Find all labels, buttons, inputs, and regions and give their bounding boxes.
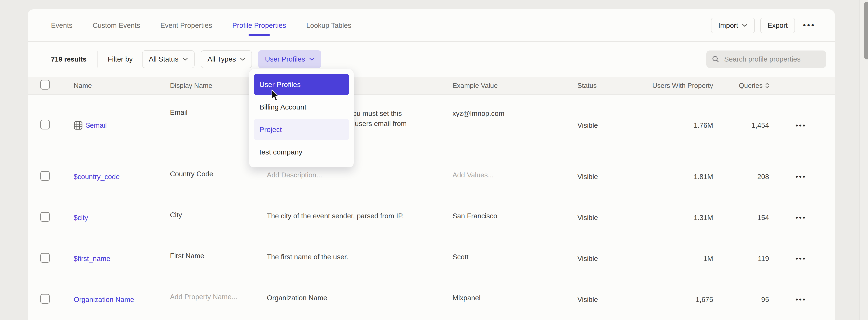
status-cell[interactable]: Visible [578, 121, 652, 130]
tab-label: Profile Properties [232, 22, 286, 30]
tab-event-properties[interactable]: Event Properties [160, 9, 212, 42]
search-box[interactable] [706, 50, 826, 68]
filter-chips: All Status All Types User Profiles [142, 50, 321, 68]
vertical-scrollbar [860, 0, 868, 320]
example-value-cell[interactable]: San Francisco [453, 197, 578, 221]
table-row: $city City The city of the event sender,… [28, 197, 835, 238]
import-button[interactable]: Import [711, 17, 755, 33]
tab-lookup-tables[interactable]: Lookup Tables [306, 9, 351, 42]
entity-filter-dropdown[interactable]: User Profiles [258, 50, 321, 68]
example-value-cell[interactable]: Scott [453, 238, 578, 262]
users-with-property-cell: 1.81M [652, 173, 713, 181]
description-cell[interactable]: The first name of the user. [267, 238, 453, 262]
header-queries-label: Queries [739, 82, 763, 90]
tab-events[interactable]: Events [51, 9, 72, 42]
row-actions-button[interactable]: ••• [796, 295, 806, 304]
row-checkbox[interactable] [40, 171, 50, 181]
sort-chevrons-icon [765, 83, 769, 88]
header-example-value: Example Value [453, 82, 578, 90]
header-checkbox-cell [40, 80, 74, 91]
filter-by-label: Filter by [108, 55, 132, 63]
property-name-link[interactable]: $first_name [74, 255, 110, 263]
description-cell[interactable]: Organization Name [267, 279, 453, 303]
table-row: Organization Name Add Property Name... O… [28, 279, 835, 320]
results-count: 719 results [51, 56, 87, 63]
chevron-down-icon [742, 24, 748, 27]
tab-profile-properties[interactable]: Profile Properties [232, 9, 286, 42]
row-checkbox[interactable] [40, 294, 50, 304]
row-actions-button[interactable]: ••• [796, 213, 806, 222]
toolbar-actions: Import Export ••• [711, 17, 818, 33]
status-filter-label: All Status [149, 55, 179, 63]
more-actions-button[interactable]: ••• [801, 21, 818, 30]
menu-item-billing-account[interactable]: Billing Account [254, 96, 349, 117]
tab-custom-events[interactable]: Custom Events [93, 9, 140, 42]
tab-bar: Events Custom Events Event Properties Pr… [28, 9, 835, 42]
table-header: Name Display Name Description Example Va… [28, 77, 835, 95]
tab-label: Events [51, 22, 72, 30]
row-actions-button[interactable]: ••• [796, 254, 806, 263]
lexicon-screen: Events Custom Events Event Properties Pr… [0, 0, 868, 320]
row-checkbox[interactable] [40, 212, 50, 222]
property-name-link[interactable]: $country_code [74, 173, 120, 181]
users-with-property-cell: 1,675 [652, 295, 713, 304]
queries-cell: 1,454 [713, 121, 769, 130]
menu-item-project[interactable]: Project [254, 119, 349, 140]
table-row: $first_name First Name The first name of… [28, 238, 835, 279]
chevron-down-icon [309, 58, 314, 61]
menu-item-user-profiles[interactable]: User Profiles [254, 74, 349, 95]
example-value-cell[interactable]: Add Values... [453, 156, 578, 180]
row-actions-button[interactable]: ••• [796, 173, 806, 181]
status-cell[interactable]: Visible [578, 255, 652, 263]
row-checkbox[interactable] [40, 120, 50, 130]
entity-dropdown-menu: User Profiles Billing Account Project te… [249, 69, 354, 168]
export-button[interactable]: Export [760, 17, 795, 33]
status-filter-dropdown[interactable]: All Status [142, 50, 194, 68]
menu-item-test-company[interactable]: test company [254, 141, 349, 163]
property-name-link[interactable]: $city [74, 214, 88, 222]
header-queries-sort[interactable]: Queries [713, 82, 769, 90]
property-name-link[interactable]: $email [86, 121, 106, 130]
tab-label: Lookup Tables [306, 22, 351, 30]
example-value-cell[interactable]: xyz@lmnop.com [453, 95, 578, 119]
description-cell[interactable]: The city of the event sender, parsed fro… [267, 197, 453, 221]
table-row: $country_code Country Code Add Descripti… [28, 156, 835, 197]
lexicon-card: Events Custom Events Event Properties Pr… [28, 9, 835, 320]
queries-cell: 119 [713, 255, 769, 263]
table-grid-icon [74, 121, 83, 130]
users-with-property-cell: 1.31M [652, 214, 713, 222]
tabs: Events Custom Events Event Properties Pr… [51, 9, 351, 42]
type-filter-label: All Types [208, 55, 236, 63]
queries-cell: 154 [713, 214, 769, 222]
tab-label: Event Properties [160, 22, 212, 30]
status-cell[interactable]: Visible [578, 295, 652, 304]
table-row: $email Email The user's email address. Y… [28, 95, 835, 156]
search-icon [712, 56, 719, 63]
display-name-cell[interactable]: First Name [170, 238, 267, 260]
search-input[interactable] [724, 55, 820, 63]
chevron-down-icon [240, 58, 245, 61]
entity-filter-label: User Profiles [265, 55, 305, 63]
tab-label: Custom Events [93, 22, 140, 30]
example-value-cell[interactable]: Mixpanel [453, 279, 578, 303]
status-cell[interactable]: Visible [578, 173, 652, 181]
row-actions-button[interactable]: ••• [796, 121, 806, 130]
status-cell[interactable]: Visible [578, 214, 652, 222]
scrollbar-thumb[interactable] [864, 2, 868, 60]
queries-cell: 208 [713, 173, 769, 181]
users-with-property-cell: 1M [652, 255, 713, 263]
export-button-label: Export [768, 22, 788, 30]
header-name: Name [74, 82, 170, 90]
type-filter-dropdown[interactable]: All Types [201, 50, 252, 68]
queries-cell: 95 [713, 295, 769, 304]
header-status: Status [578, 82, 652, 90]
vertical-divider [97, 51, 97, 68]
header-users-with-property: Users With Property [652, 82, 713, 90]
row-checkbox[interactable] [40, 253, 50, 263]
property-name-link[interactable]: Organization Name [74, 295, 134, 304]
chevron-down-icon [183, 58, 188, 61]
filter-bar: 719 results Filter by All Status All Typ… [28, 42, 835, 77]
display-name-cell[interactable]: City [170, 197, 267, 219]
display-name-cell[interactable]: Add Property Name... [170, 279, 267, 301]
select-all-checkbox[interactable] [40, 80, 50, 90]
